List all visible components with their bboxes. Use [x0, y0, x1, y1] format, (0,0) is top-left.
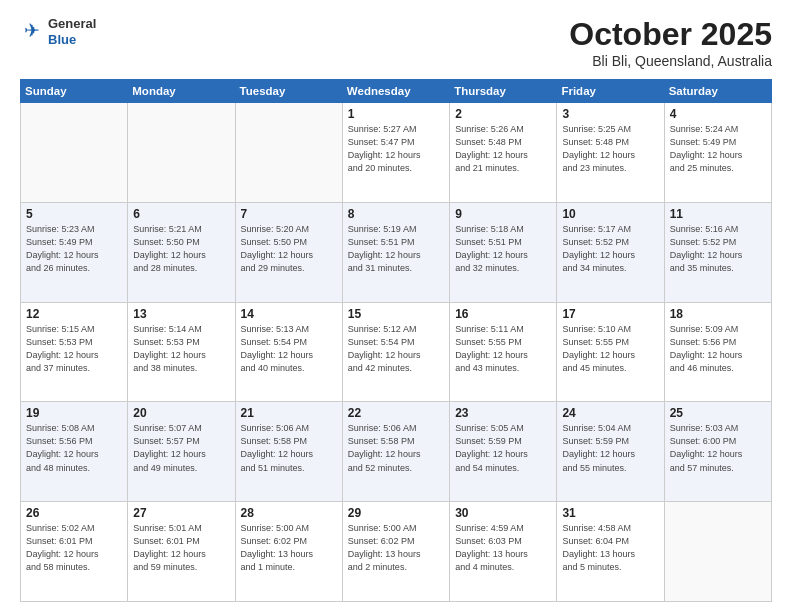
day-number: 30	[455, 506, 551, 520]
day-number: 3	[562, 107, 658, 121]
day-cell: 13Sunrise: 5:14 AM Sunset: 5:53 PM Dayli…	[128, 302, 235, 402]
page: ✈ General Blue October 2025 Bli Bli, Que…	[0, 0, 792, 612]
day-info: Sunrise: 5:12 AM Sunset: 5:54 PM Dayligh…	[348, 323, 444, 375]
day-info: Sunrise: 5:17 AM Sunset: 5:52 PM Dayligh…	[562, 223, 658, 275]
header-row: SundayMondayTuesdayWednesdayThursdayFrid…	[21, 80, 772, 103]
day-number: 5	[26, 207, 122, 221]
day-cell	[128, 103, 235, 203]
week-row-0: 1Sunrise: 5:27 AM Sunset: 5:47 PM Daylig…	[21, 103, 772, 203]
day-number: 18	[670, 307, 766, 321]
day-info: Sunrise: 5:23 AM Sunset: 5:49 PM Dayligh…	[26, 223, 122, 275]
day-cell: 10Sunrise: 5:17 AM Sunset: 5:52 PM Dayli…	[557, 202, 664, 302]
day-number: 17	[562, 307, 658, 321]
day-cell: 3Sunrise: 5:25 AM Sunset: 5:48 PM Daylig…	[557, 103, 664, 203]
header-cell-thursday: Thursday	[450, 80, 557, 103]
day-info: Sunrise: 4:59 AM Sunset: 6:03 PM Dayligh…	[455, 522, 551, 574]
day-cell: 21Sunrise: 5:06 AM Sunset: 5:58 PM Dayli…	[235, 402, 342, 502]
day-info: Sunrise: 5:26 AM Sunset: 5:48 PM Dayligh…	[455, 123, 551, 175]
header-cell-sunday: Sunday	[21, 80, 128, 103]
day-cell: 30Sunrise: 4:59 AM Sunset: 6:03 PM Dayli…	[450, 502, 557, 602]
day-cell: 28Sunrise: 5:00 AM Sunset: 6:02 PM Dayli…	[235, 502, 342, 602]
day-cell: 26Sunrise: 5:02 AM Sunset: 6:01 PM Dayli…	[21, 502, 128, 602]
day-cell: 29Sunrise: 5:00 AM Sunset: 6:02 PM Dayli…	[342, 502, 449, 602]
logo-general: General	[48, 16, 96, 32]
day-cell: 14Sunrise: 5:13 AM Sunset: 5:54 PM Dayli…	[235, 302, 342, 402]
day-cell: 9Sunrise: 5:18 AM Sunset: 5:51 PM Daylig…	[450, 202, 557, 302]
day-cell	[664, 502, 771, 602]
day-cell: 23Sunrise: 5:05 AM Sunset: 5:59 PM Dayli…	[450, 402, 557, 502]
day-cell: 15Sunrise: 5:12 AM Sunset: 5:54 PM Dayli…	[342, 302, 449, 402]
logo-text: General Blue	[48, 16, 96, 47]
day-number: 15	[348, 307, 444, 321]
day-number: 25	[670, 406, 766, 420]
day-cell: 5Sunrise: 5:23 AM Sunset: 5:49 PM Daylig…	[21, 202, 128, 302]
header-cell-monday: Monday	[128, 80, 235, 103]
day-number: 8	[348, 207, 444, 221]
day-info: Sunrise: 5:05 AM Sunset: 5:59 PM Dayligh…	[455, 422, 551, 474]
day-info: Sunrise: 5:06 AM Sunset: 5:58 PM Dayligh…	[241, 422, 337, 474]
day-number: 7	[241, 207, 337, 221]
week-row-3: 19Sunrise: 5:08 AM Sunset: 5:56 PM Dayli…	[21, 402, 772, 502]
day-cell: 19Sunrise: 5:08 AM Sunset: 5:56 PM Dayli…	[21, 402, 128, 502]
day-info: Sunrise: 5:03 AM Sunset: 6:00 PM Dayligh…	[670, 422, 766, 474]
day-number: 13	[133, 307, 229, 321]
day-cell	[235, 103, 342, 203]
day-info: Sunrise: 5:19 AM Sunset: 5:51 PM Dayligh…	[348, 223, 444, 275]
day-number: 14	[241, 307, 337, 321]
day-number: 24	[562, 406, 658, 420]
day-number: 27	[133, 506, 229, 520]
day-cell: 12Sunrise: 5:15 AM Sunset: 5:53 PM Dayli…	[21, 302, 128, 402]
day-number: 9	[455, 207, 551, 221]
day-info: Sunrise: 5:00 AM Sunset: 6:02 PM Dayligh…	[348, 522, 444, 574]
day-info: Sunrise: 5:11 AM Sunset: 5:55 PM Dayligh…	[455, 323, 551, 375]
day-cell	[21, 103, 128, 203]
logo-blue: Blue	[48, 32, 96, 48]
day-info: Sunrise: 5:24 AM Sunset: 5:49 PM Dayligh…	[670, 123, 766, 175]
title-location: Bli Bli, Queensland, Australia	[569, 53, 772, 69]
day-cell: 8Sunrise: 5:19 AM Sunset: 5:51 PM Daylig…	[342, 202, 449, 302]
svg-text:✈: ✈	[24, 20, 40, 41]
day-info: Sunrise: 5:18 AM Sunset: 5:51 PM Dayligh…	[455, 223, 551, 275]
day-cell: 24Sunrise: 5:04 AM Sunset: 5:59 PM Dayli…	[557, 402, 664, 502]
header: ✈ General Blue October 2025 Bli Bli, Que…	[20, 16, 772, 69]
header-cell-friday: Friday	[557, 80, 664, 103]
calendar-table: SundayMondayTuesdayWednesdayThursdayFrid…	[20, 79, 772, 602]
day-info: Sunrise: 5:13 AM Sunset: 5:54 PM Dayligh…	[241, 323, 337, 375]
day-info: Sunrise: 5:16 AM Sunset: 5:52 PM Dayligh…	[670, 223, 766, 275]
day-info: Sunrise: 5:00 AM Sunset: 6:02 PM Dayligh…	[241, 522, 337, 574]
day-number: 22	[348, 406, 444, 420]
day-cell: 31Sunrise: 4:58 AM Sunset: 6:04 PM Dayli…	[557, 502, 664, 602]
day-cell: 11Sunrise: 5:16 AM Sunset: 5:52 PM Dayli…	[664, 202, 771, 302]
day-number: 28	[241, 506, 337, 520]
day-cell: 17Sunrise: 5:10 AM Sunset: 5:55 PM Dayli…	[557, 302, 664, 402]
header-cell-saturday: Saturday	[664, 80, 771, 103]
day-number: 2	[455, 107, 551, 121]
day-info: Sunrise: 5:20 AM Sunset: 5:50 PM Dayligh…	[241, 223, 337, 275]
day-info: Sunrise: 5:21 AM Sunset: 5:50 PM Dayligh…	[133, 223, 229, 275]
day-info: Sunrise: 5:02 AM Sunset: 6:01 PM Dayligh…	[26, 522, 122, 574]
day-info: Sunrise: 5:25 AM Sunset: 5:48 PM Dayligh…	[562, 123, 658, 175]
day-number: 4	[670, 107, 766, 121]
day-info: Sunrise: 5:27 AM Sunset: 5:47 PM Dayligh…	[348, 123, 444, 175]
day-info: Sunrise: 5:07 AM Sunset: 5:57 PM Dayligh…	[133, 422, 229, 474]
day-number: 16	[455, 307, 551, 321]
day-number: 1	[348, 107, 444, 121]
day-number: 6	[133, 207, 229, 221]
day-info: Sunrise: 5:14 AM Sunset: 5:53 PM Dayligh…	[133, 323, 229, 375]
day-number: 12	[26, 307, 122, 321]
day-cell: 16Sunrise: 5:11 AM Sunset: 5:55 PM Dayli…	[450, 302, 557, 402]
calendar-header: SundayMondayTuesdayWednesdayThursdayFrid…	[21, 80, 772, 103]
day-info: Sunrise: 5:06 AM Sunset: 5:58 PM Dayligh…	[348, 422, 444, 474]
day-info: Sunrise: 5:15 AM Sunset: 5:53 PM Dayligh…	[26, 323, 122, 375]
day-cell: 6Sunrise: 5:21 AM Sunset: 5:50 PM Daylig…	[128, 202, 235, 302]
day-cell: 7Sunrise: 5:20 AM Sunset: 5:50 PM Daylig…	[235, 202, 342, 302]
header-cell-tuesday: Tuesday	[235, 80, 342, 103]
day-cell: 1Sunrise: 5:27 AM Sunset: 5:47 PM Daylig…	[342, 103, 449, 203]
day-number: 20	[133, 406, 229, 420]
day-info: Sunrise: 5:10 AM Sunset: 5:55 PM Dayligh…	[562, 323, 658, 375]
day-cell: 2Sunrise: 5:26 AM Sunset: 5:48 PM Daylig…	[450, 103, 557, 203]
day-cell: 18Sunrise: 5:09 AM Sunset: 5:56 PM Dayli…	[664, 302, 771, 402]
day-number: 29	[348, 506, 444, 520]
day-cell: 4Sunrise: 5:24 AM Sunset: 5:49 PM Daylig…	[664, 103, 771, 203]
day-info: Sunrise: 5:08 AM Sunset: 5:56 PM Dayligh…	[26, 422, 122, 474]
